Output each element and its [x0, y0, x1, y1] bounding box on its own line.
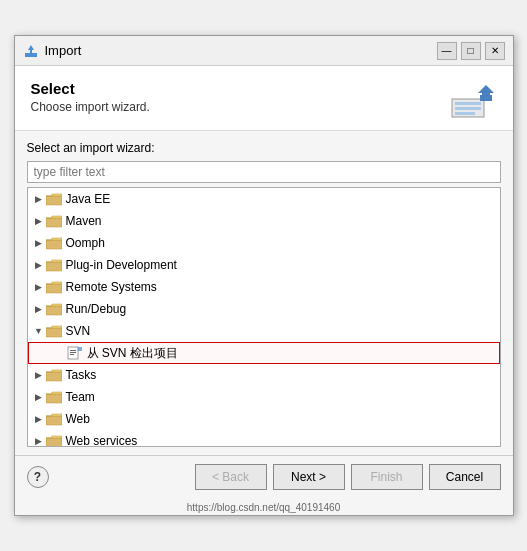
import-dialog: Import — □ ✕ Select Choose import wizard… [14, 35, 514, 516]
folder-icon [46, 324, 62, 338]
header-section: Select Choose import wizard. [15, 66, 513, 131]
tree-label-maven: Maven [66, 214, 102, 228]
folder-icon [46, 258, 62, 272]
footer-section: ? < Back Next > Finish Cancel [15, 455, 513, 500]
folder-icon [46, 368, 62, 382]
tree-label-java-ee: Java EE [66, 192, 111, 206]
tree-arrow-web[interactable]: ▶ [32, 412, 46, 426]
svg-rect-6 [455, 112, 475, 115]
svg-rect-10 [70, 350, 76, 351]
tree-arrow-oomph[interactable]: ▶ [32, 236, 46, 250]
tree-item-svn-checkout[interactable]: 从 SVN 检出项目 [28, 342, 500, 364]
tree-arrow-java-ee[interactable]: ▶ [32, 192, 46, 206]
folder-icon [46, 236, 62, 250]
title-bar: Import — □ ✕ [15, 36, 513, 66]
tree-arrow-run-debug[interactable]: ▶ [32, 302, 46, 316]
tree-label-svn: SVN [66, 324, 91, 338]
header-title: Select [31, 80, 150, 97]
title-left: Import [23, 43, 82, 59]
tree-arrow-plugin-dev[interactable]: ▶ [32, 258, 46, 272]
tree-item-tasks[interactable]: ▶ Tasks [28, 364, 500, 386]
tree-arrow-team[interactable]: ▶ [32, 390, 46, 404]
footer-buttons: < Back Next > Finish Cancel [195, 464, 501, 490]
tree-container[interactable]: ▶ Java EE▶ Maven▶ Oomph▶ Plug-in Develop… [27, 187, 501, 447]
tree-item-team[interactable]: ▶ Team [28, 386, 500, 408]
window-icon [23, 43, 39, 59]
svg-rect-12 [70, 354, 74, 355]
watermark: https://blog.csdn.net/qq_40191460 [15, 500, 513, 515]
tree-arrow-svn-checkout[interactable] [53, 346, 67, 360]
tree-label-web: Web [66, 412, 90, 426]
tree-item-maven[interactable]: ▶ Maven [28, 210, 500, 232]
finish-button[interactable]: Finish [351, 464, 423, 490]
tree-arrow-maven[interactable]: ▶ [32, 214, 46, 228]
help-button[interactable]: ? [27, 466, 49, 488]
tree-label-svn-checkout: 从 SVN 检出项目 [87, 345, 178, 362]
folder-icon [46, 302, 62, 316]
back-button[interactable]: < Back [195, 464, 267, 490]
tree-item-web-services[interactable]: ▶ Web services [28, 430, 500, 447]
file-icon [67, 346, 83, 360]
header-subtitle: Choose import wizard. [31, 100, 150, 114]
tree-label-team: Team [66, 390, 95, 404]
folder-icon [46, 412, 62, 426]
maximize-button[interactable]: □ [461, 42, 481, 60]
tree-item-web[interactable]: ▶ Web [28, 408, 500, 430]
header-text: Select Choose import wizard. [31, 80, 150, 114]
tree-item-run-debug[interactable]: ▶ Run/Debug [28, 298, 500, 320]
folder-icon [46, 280, 62, 294]
folder-icon [46, 434, 62, 447]
wizard-label: Select an import wizard: [27, 141, 501, 155]
svg-rect-4 [455, 102, 481, 105]
tree-arrow-tasks[interactable]: ▶ [32, 368, 46, 382]
svg-rect-0 [25, 53, 37, 57]
svg-rect-11 [70, 352, 76, 353]
footer-left: ? [27, 466, 49, 488]
folder-icon [46, 192, 62, 206]
folder-icon [46, 214, 62, 228]
tree-label-web-services: Web services [66, 434, 138, 447]
tree-arrow-remote-systems[interactable]: ▶ [32, 280, 46, 294]
tree-label-plugin-dev: Plug-in Development [66, 258, 177, 272]
title-controls: — □ ✕ [437, 42, 505, 60]
folder-icon [46, 390, 62, 404]
tree-label-tasks: Tasks [66, 368, 97, 382]
svg-rect-13 [78, 347, 82, 351]
tree-label-run-debug: Run/Debug [66, 302, 127, 316]
header-icon [449, 80, 497, 120]
tree-arrow-web-services[interactable]: ▶ [32, 434, 46, 447]
next-button[interactable]: Next > [273, 464, 345, 490]
filter-input[interactable] [27, 161, 501, 183]
minimize-button[interactable]: — [437, 42, 457, 60]
tree-item-java-ee[interactable]: ▶ Java EE [28, 188, 500, 210]
close-button[interactable]: ✕ [485, 42, 505, 60]
cancel-button[interactable]: Cancel [429, 464, 501, 490]
svg-rect-2 [30, 49, 32, 53]
content-section: Select an import wizard: ▶ Java EE▶ Mave… [15, 131, 513, 455]
tree-arrow-svn[interactable]: ▼ [32, 324, 46, 338]
tree-item-plugin-dev[interactable]: ▶ Plug-in Development [28, 254, 500, 276]
svg-rect-5 [455, 107, 481, 110]
tree-item-svn[interactable]: ▼ SVN [28, 320, 500, 342]
tree-item-oomph[interactable]: ▶ Oomph [28, 232, 500, 254]
window-title: Import [45, 43, 82, 58]
tree-label-oomph: Oomph [66, 236, 105, 250]
tree-item-remote-systems[interactable]: ▶ Remote Systems [28, 276, 500, 298]
svg-rect-8 [480, 95, 492, 101]
tree-label-remote-systems: Remote Systems [66, 280, 157, 294]
